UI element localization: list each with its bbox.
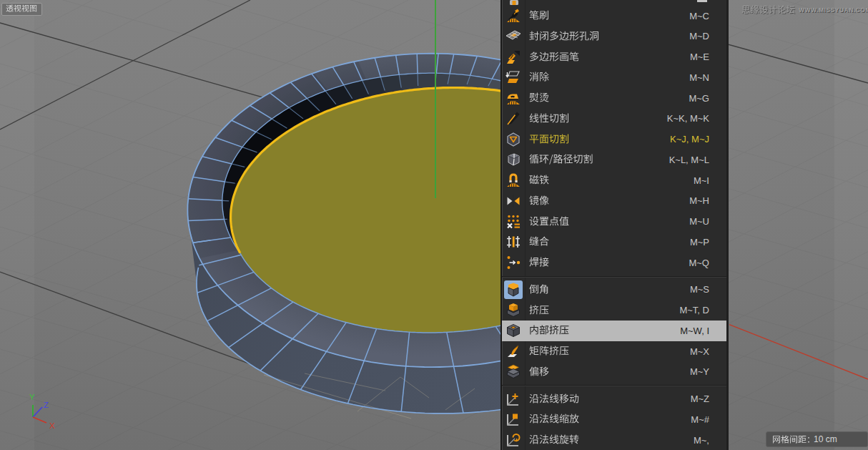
svg-text:X: X [49, 421, 55, 430]
svg-text:Z: Z [44, 401, 49, 409]
svg-text:Y: Y [29, 393, 35, 401]
